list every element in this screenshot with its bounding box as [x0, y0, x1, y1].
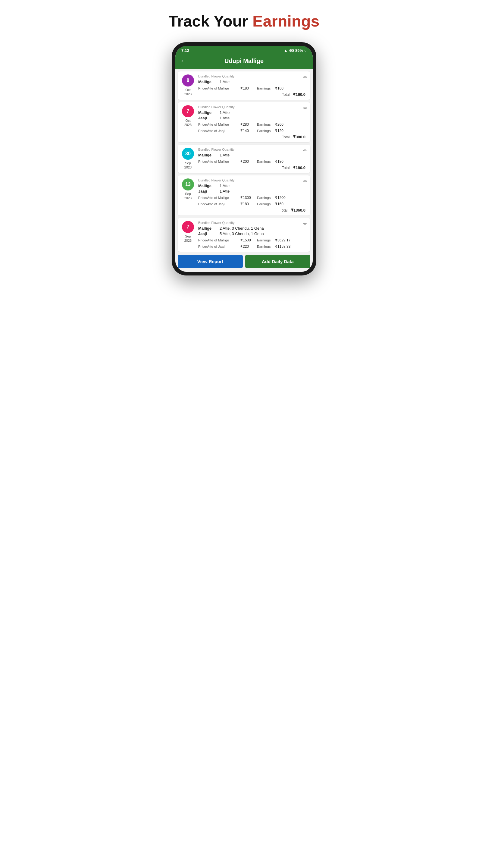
price-value-5-1: ₹220: [240, 244, 257, 249]
price-row-2-1: Price/Atte of Jaaji₹140Earnings₹120: [198, 129, 307, 133]
flower-qty-5-0: 2 Atte, 3 Chendu, 1 Gena: [220, 226, 264, 230]
flower-row-4-0: Mallige1 Atte: [198, 184, 307, 188]
earnings-label-1-0: Earnings: [257, 87, 275, 90]
edit-icon-2[interactable]: ✏: [303, 105, 307, 111]
flower-row-5-1: Jaaji5 Atte, 3 Chendu, 1 Gena: [198, 231, 307, 236]
price-row-5-1: Price/Atte of Jaaji₹220Earnings₹1158.33: [198, 244, 307, 249]
edit-icon-1[interactable]: ✏: [303, 74, 307, 80]
back-button[interactable]: ←: [180, 57, 187, 65]
price-row-1-0: Price/Atte of Mallige₹180Earnings₹160: [198, 86, 307, 90]
price-value-4-1: ₹180: [240, 202, 257, 206]
entry-card-2: ✏7Oct 2023Bundled Flower QuantityMallige…: [178, 102, 310, 142]
card-body-5: Bundled Flower QuantityMallige2 Atte, 3 …: [198, 221, 307, 249]
date-circle-1: 8: [182, 74, 194, 87]
total-label-4: Total: [280, 208, 287, 213]
total-value-1: ₹160.0: [293, 92, 305, 97]
edit-icon-5[interactable]: ✏: [303, 221, 307, 227]
price-label-4-0: Price/Atte of Mallige: [198, 196, 240, 199]
edit-icon-4[interactable]: ✏: [303, 179, 307, 184]
flower-qty-4-1: 1 Atte: [220, 189, 230, 193]
earnings-value-5-0: ₹3629.17: [275, 238, 290, 242]
flower-row-3-0: Mallige1 Atte: [198, 153, 307, 157]
flower-name-5-1: Jaaji: [198, 231, 215, 236]
date-month-year-3: Sep 2023: [184, 161, 192, 170]
signal-label: 4G: [289, 48, 294, 53]
earnings-value-5-1: ₹1158.33: [275, 244, 290, 249]
title-red: Earnings: [253, 12, 320, 30]
price-label-5-1: Price/Atte of Jaaji: [198, 245, 240, 248]
date-circle-5: 7: [182, 221, 194, 233]
view-report-button[interactable]: View Report: [178, 255, 243, 268]
total-row-2: Total₹380.0: [198, 135, 307, 139]
total-row-4: Total₹1360.0: [198, 208, 307, 213]
date-col-1: 8Oct 2023: [180, 74, 196, 97]
flower-qty-3-0: 1 Atte: [220, 153, 230, 157]
price-value-2-0: ₹280: [240, 122, 257, 127]
total-value-4: ₹1360.0: [291, 208, 305, 213]
price-label-4-1: Price/Atte of Jaaji: [198, 202, 240, 206]
date-circle-3: 30: [182, 148, 194, 160]
price-row-2-0: Price/Atte of Mallige₹280Earnings₹260: [198, 122, 307, 127]
total-row-1: Total₹160.0: [198, 92, 307, 97]
flower-row-2-1: Jaaji1 Atte: [198, 116, 307, 120]
flower-name-2-0: Mallige: [198, 110, 215, 115]
price-row-4-0: Price/Atte of Mallige₹1300Earnings₹1200: [198, 195, 307, 200]
card-body-4: Bundled Flower QuantityMallige1 AtteJaaj…: [198, 179, 307, 213]
battery-icon: ○: [304, 48, 307, 53]
total-value-3: ₹180.0: [293, 165, 305, 170]
flower-name-2-1: Jaaji: [198, 116, 215, 120]
price-row-5-0: Price/Atte of Mallige₹1500Earnings₹3629.…: [198, 238, 307, 242]
earnings-value-1-0: ₹160: [275, 86, 284, 90]
phone-frame: 7:12 ▲ 4G 89% ○ ← Udupi Mallige ✏8Oct 20…: [172, 42, 316, 276]
price-label-5-0: Price/Atte of Mallige: [198, 239, 240, 242]
date-circle-4: 13: [182, 179, 194, 190]
flower-qty-5-1: 5 Atte, 3 Chendu, 1 Gena: [220, 231, 264, 236]
price-value-4-0: ₹1300: [240, 195, 257, 200]
status-time: 7:12: [181, 48, 189, 53]
flower-qty-4-0: 1 Atte: [220, 184, 230, 188]
earnings-value-2-1: ₹120: [275, 129, 284, 133]
title-black: Track Your: [169, 12, 253, 30]
entry-card-4: ✏13Sep 2023Bundled Flower QuantityMallig…: [178, 176, 310, 216]
app-bar-title: Udupi Mallige: [190, 58, 298, 64]
flower-name-5-0: Mallige: [198, 226, 215, 230]
earnings-value-4-1: ₹160: [275, 202, 284, 206]
date-col-2: 7Oct 2023: [180, 105, 196, 139]
price-label-2-0: Price/Atte of Mallige: [198, 123, 240, 126]
total-label-3: Total: [282, 166, 290, 170]
entry-card-3: ✏30Sep 2023Bundled Flower QuantityMallig…: [178, 145, 310, 173]
total-label-2: Total: [282, 135, 290, 139]
flower-name-4-1: Jaaji: [198, 189, 215, 193]
price-value-2-1: ₹140: [240, 129, 257, 133]
earnings-value-2-0: ₹260: [275, 122, 284, 127]
date-month-year-5: Sep 2023: [184, 234, 192, 243]
section-label-4: Bundled Flower Quantity: [198, 179, 307, 182]
flower-name-3-0: Mallige: [198, 153, 215, 157]
card-body-3: Bundled Flower QuantityMallige1 AttePric…: [198, 148, 307, 170]
section-label-3: Bundled Flower Quantity: [198, 148, 307, 151]
flower-name-1-0: Mallige: [198, 80, 215, 84]
app-bar: ← Udupi Mallige: [175, 54, 313, 69]
battery-label: 89%: [295, 48, 303, 53]
edit-icon-3[interactable]: ✏: [303, 148, 307, 153]
earnings-label-3-0: Earnings: [257, 160, 275, 163]
total-value-2: ₹380.0: [293, 135, 305, 139]
flower-row-2-0: Mallige1 Atte: [198, 110, 307, 115]
price-label-1-0: Price/Atte of Mallige: [198, 87, 240, 90]
price-value-5-0: ₹1500: [240, 238, 257, 242]
price-label-2-1: Price/Atte of Jaaji: [198, 129, 240, 133]
price-value-1-0: ₹180: [240, 86, 257, 90]
price-row-3-0: Price/Atte of Mallige₹200Earnings₹180: [198, 159, 307, 164]
date-col-5: 7Sep 2023: [180, 221, 196, 249]
date-col-4: 13Sep 2023: [180, 179, 196, 213]
phone-screen: 7:12 ▲ 4G 89% ○ ← Udupi Mallige ✏8Oct 20…: [175, 46, 313, 272]
price-row-4-1: Price/Atte of Jaaji₹180Earnings₹160: [198, 202, 307, 206]
add-daily-data-button[interactable]: Add Daily Data: [245, 255, 310, 268]
earnings-label-2-1: Earnings: [257, 129, 275, 133]
card-body-2: Bundled Flower QuantityMallige1 AtteJaaj…: [198, 105, 307, 139]
total-row-3: Total₹180.0: [198, 165, 307, 170]
date-col-3: 30Sep 2023: [180, 148, 196, 170]
earnings-label-2-0: Earnings: [257, 123, 275, 126]
entry-card-1: ✏8Oct 2023Bundled Flower QuantityMallige…: [178, 71, 310, 100]
date-month-year-4: Sep 2023: [184, 192, 192, 200]
